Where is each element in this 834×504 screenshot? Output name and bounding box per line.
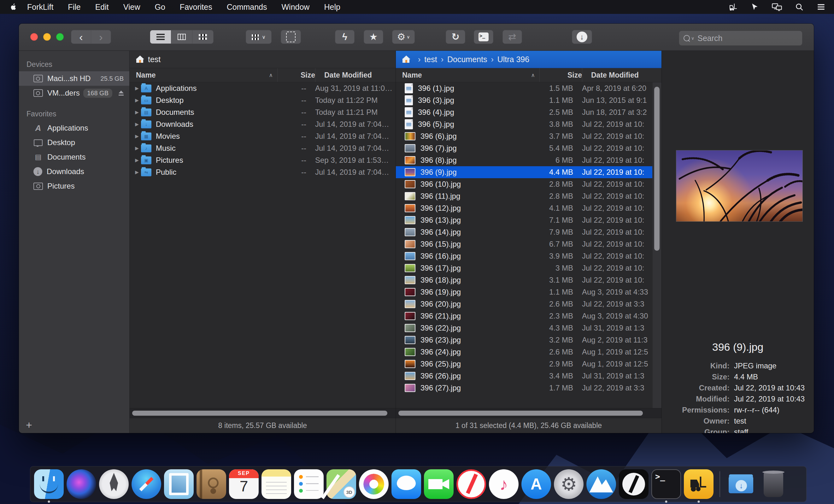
dock-calendar-icon[interactable]: SEP7 (229, 469, 259, 499)
actions-button[interactable]: ⚙ ∨ (392, 30, 415, 44)
disclosure-triangle-icon[interactable]: ▶ (133, 169, 141, 175)
file-row[interactable]: 396 (4).jpg 2.5 MB Jun 18, 2017 at 3:2 (396, 106, 661, 118)
file-row[interactable]: 396 (25).jpg 2.9 MB Aug 1, 2019 at 12:5 (396, 358, 661, 370)
column-header-name[interactable]: Name ∧ (396, 71, 540, 80)
dock-mountain-app-icon[interactable] (586, 469, 616, 499)
column-header-size[interactable]: Size (277, 68, 315, 82)
dock-safari-icon[interactable] (132, 469, 161, 499)
disclosure-triangle-icon[interactable]: ▶ (133, 133, 141, 139)
dock-reminders-icon[interactable] (294, 469, 324, 499)
forklift-icon[interactable] (729, 2, 738, 12)
breadcrumb-item[interactable]: › Documents (437, 55, 487, 64)
back-button[interactable]: ‹ (71, 30, 91, 44)
folder-row[interactable]: ▶ ▣ Pictures -- Sep 3, 2019 at 1:53… (130, 154, 396, 166)
file-row[interactable]: 396 (16).jpg 3.9 MB Jul 22, 2019 at 10: (396, 250, 661, 262)
file-row[interactable]: 396 (20).jpg 2.6 MB Jul 22, 2019 at 3:3 (396, 298, 661, 310)
menu-item[interactable]: ForkLift (27, 2, 53, 12)
column-header-size[interactable]: Size (540, 68, 582, 82)
menu-item[interactable]: Help (324, 2, 340, 12)
menu-item[interactable]: Edit (95, 2, 109, 12)
folder-row[interactable]: ▶ ⇋ Public -- Jul 14, 2019 at 7:04… (130, 166, 396, 178)
menu-item[interactable]: Window (282, 2, 310, 12)
file-row[interactable]: 396 (11).jpg 2.8 MB Jul 22, 2019 at 10: (396, 190, 661, 202)
file-row[interactable]: 396 (27).jpg 1.7 MB Jul 22, 2019 at 3:3 (396, 382, 661, 394)
file-row[interactable]: 396 (5).jpg 3.8 MB Jul 22, 2019 at 10: (396, 118, 661, 130)
activities-button[interactable]: ϟ (335, 30, 354, 44)
dock-photos-icon[interactable] (359, 469, 389, 499)
file-row[interactable]: 396 (14).jpg 7.9 MB Jul 22, 2019 at 10: (396, 226, 661, 238)
folder-row[interactable]: ▶ ↓ Downloads -- Jul 14, 2019 at 7:04… (130, 118, 396, 130)
dock-finder-icon[interactable] (34, 469, 64, 499)
notification-center-icon[interactable] (816, 3, 826, 11)
column-header-date[interactable]: Date Modified (582, 68, 661, 82)
menu-item[interactable]: Favorites (180, 2, 212, 12)
left-horizontal-scrollbar[interactable] (130, 408, 396, 418)
menu-item[interactable]: Commands (227, 2, 267, 12)
file-row[interactable]: 396 (15).jpg 6.7 MB Jul 22, 2019 at 10: (396, 238, 661, 250)
dock-system-preferences-icon[interactable] (554, 469, 584, 499)
dock-downloads-folder-icon[interactable]: ↓ (726, 469, 756, 499)
sync-button[interactable]: ↻ (446, 30, 465, 44)
file-row[interactable]: 396 (21).jpg 2.3 MB Aug 3, 2019 at 4:30 (396, 310, 661, 322)
arrange-button[interactable]: ∨ (246, 30, 271, 44)
add-favorite-button[interactable]: + (26, 419, 32, 431)
file-row[interactable]: 396 (6).jpg 3.7 MB Jul 22, 2019 at 10: (396, 130, 661, 142)
left-path-bar[interactable]: test (130, 51, 396, 68)
file-row[interactable]: 396 (1).jpg 1.5 MB Apr 8, 2019 at 6:20 (396, 82, 661, 94)
dock-appstore-icon[interactable] (521, 469, 551, 499)
scrollbar-thumb[interactable] (398, 411, 643, 416)
folder-row[interactable]: ▶ ▤ Documents -- Today at 11:21 PM (130, 106, 396, 118)
file-row[interactable]: 396 (26).jpg 3.4 MB Jul 31, 2019 at 1:3 (396, 370, 661, 382)
dock-messages-icon[interactable] (392, 469, 421, 499)
forward-button[interactable]: › (91, 30, 111, 44)
folder-row[interactable]: ▶ ▭ Desktop -- Today at 11:22 PM (130, 94, 396, 106)
dock-mail-icon[interactable] (164, 469, 194, 499)
folder-row[interactable]: ▶ ▦ Movies -- Jul 14, 2019 at 7:04… (130, 130, 396, 142)
search-icon[interactable] (795, 2, 804, 12)
file-row[interactable]: 396 (9).jpg 4.4 MB Jul 22, 2019 at 10: (396, 166, 661, 178)
sidebar-device-vm[interactable]: VM...ders 168 GB (19, 86, 129, 100)
transfers-button[interactable]: ↓ (572, 30, 592, 44)
dock-notes-icon[interactable] (262, 469, 291, 499)
file-row[interactable]: 396 (22).jpg 4.3 MB Jul 31, 2019 at 1:3 (396, 322, 661, 334)
icon-view-button[interactable] (192, 30, 213, 44)
dock-trash-icon[interactable] (759, 469, 788, 499)
file-row[interactable]: 396 (13).jpg 7.1 MB Jul 22, 2019 at 10: (396, 214, 661, 226)
select-button[interactable] (281, 30, 301, 44)
close-button[interactable] (30, 33, 38, 41)
favorites-button[interactable]: ★ (364, 30, 383, 44)
right-horizontal-scrollbar[interactable] (396, 408, 661, 418)
dock-maps-icon[interactable]: 3D (327, 469, 356, 499)
column-header-name[interactable]: Name ∧ (130, 71, 277, 80)
file-row[interactable]: 396 (17).jpg 3 MB Jul 22, 2019 at 10: (396, 262, 661, 274)
folder-row[interactable]: ▶ ♪ Music -- Jul 14, 2019 at 7:04… (130, 142, 396, 154)
disclosure-triangle-icon[interactable]: ▶ (133, 109, 141, 115)
sidebar-favorite-item[interactable]: A Applications (19, 121, 129, 135)
sidebar-favorite-item[interactable]: Desktop (19, 135, 129, 150)
column-header-date[interactable]: Date Modified (315, 68, 396, 82)
file-row[interactable]: 396 (7).jpg 5.4 MB Jul 22, 2019 at 10: (396, 142, 661, 154)
minimize-button[interactable] (43, 33, 51, 41)
column-view-button[interactable] (171, 30, 192, 44)
dock-launchpad-icon[interactable] (99, 469, 129, 499)
menu-item[interactable]: View (123, 2, 140, 12)
zoom-button[interactable] (56, 33, 64, 41)
file-row[interactable]: 396 (8).jpg 6 MB Jul 22, 2019 at 10: (396, 154, 661, 166)
file-row[interactable]: 396 (18).jpg 3.1 MB Jul 22, 2019 at 10: (396, 274, 661, 286)
right-path-bar[interactable]: › test › Documents › Ultra 396 (396, 51, 661, 68)
compare-button[interactable]: ⇄ (503, 30, 522, 44)
menu-item[interactable]: Go (155, 2, 165, 12)
dock-black-app-icon[interactable] (619, 469, 649, 499)
file-row[interactable]: 396 (24).jpg 2.6 MB Aug 1, 2019 at 12:5 (396, 346, 661, 358)
disclosure-triangle-icon[interactable]: ▶ (133, 97, 141, 103)
file-row[interactable]: 396 (10).jpg 2.8 MB Jul 22, 2019 at 10: (396, 178, 661, 190)
terminal-button[interactable]: >_ (474, 30, 493, 44)
sidebar-device-macintosh-hd[interactable]: Maci...sh HD 25.5 GB (19, 71, 129, 86)
displays-icon[interactable] (771, 2, 782, 12)
right-vertical-scrollbar[interactable] (652, 82, 661, 408)
sidebar-favorite-item[interactable]: ▤ Documents (19, 150, 129, 164)
dock-siri-icon[interactable] (67, 469, 96, 499)
scrollbar-thumb[interactable] (132, 411, 387, 416)
disclosure-triangle-icon[interactable]: ▶ (133, 157, 141, 163)
eject-icon[interactable] (118, 90, 124, 95)
